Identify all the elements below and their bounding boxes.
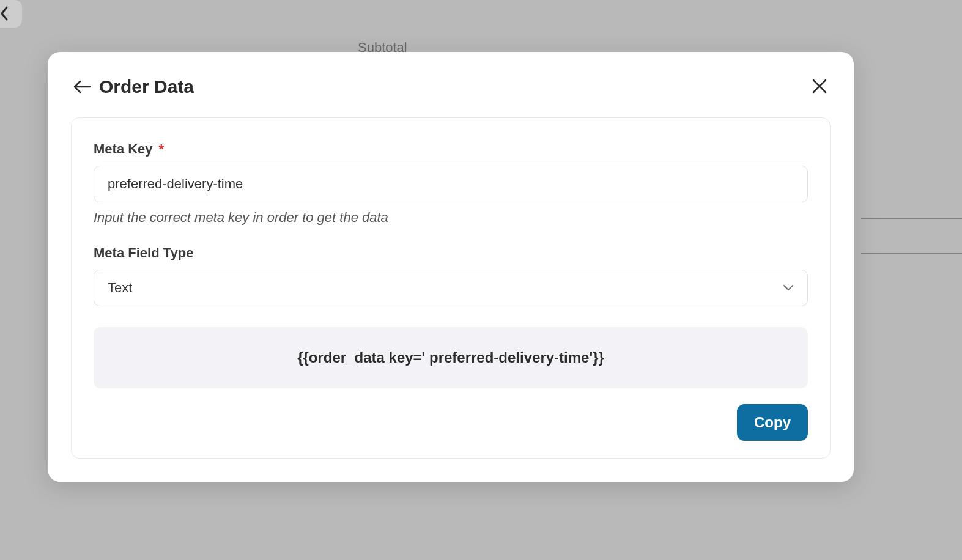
- meta-key-help: Input the correct meta key in order to g…: [94, 210, 808, 226]
- copy-row: Copy: [94, 404, 808, 441]
- meta-key-input[interactable]: [94, 166, 808, 202]
- order-data-modal: Order Data Meta Key * Input the correct …: [48, 52, 854, 482]
- copy-button[interactable]: Copy: [737, 404, 808, 441]
- modal-header: Order Data: [48, 52, 854, 102]
- meta-field-type-label: Meta Field Type: [94, 245, 808, 261]
- meta-field-type-select-wrap: Text: [94, 270, 808, 306]
- code-snippet-box: {{order_data key=' preferred-delivery-ti…: [94, 327, 808, 388]
- modal-title: Order Data: [99, 76, 194, 97]
- chevron-down-icon: [783, 284, 794, 292]
- back-button[interactable]: [72, 77, 92, 97]
- meta-key-label-text: Meta Key: [94, 141, 153, 157]
- required-indicator: *: [159, 141, 165, 157]
- meta-field-type-label-text: Meta Field Type: [94, 245, 193, 261]
- close-icon: [812, 78, 827, 94]
- meta-key-label: Meta Key *: [94, 141, 808, 157]
- form-panel: Meta Key * Input the correct meta key in…: [71, 117, 831, 459]
- close-button[interactable]: [810, 76, 829, 96]
- meta-field-type-selected: Text: [108, 280, 132, 296]
- arrow-left-icon: [73, 79, 91, 94]
- meta-field-type-select[interactable]: Text: [94, 270, 808, 306]
